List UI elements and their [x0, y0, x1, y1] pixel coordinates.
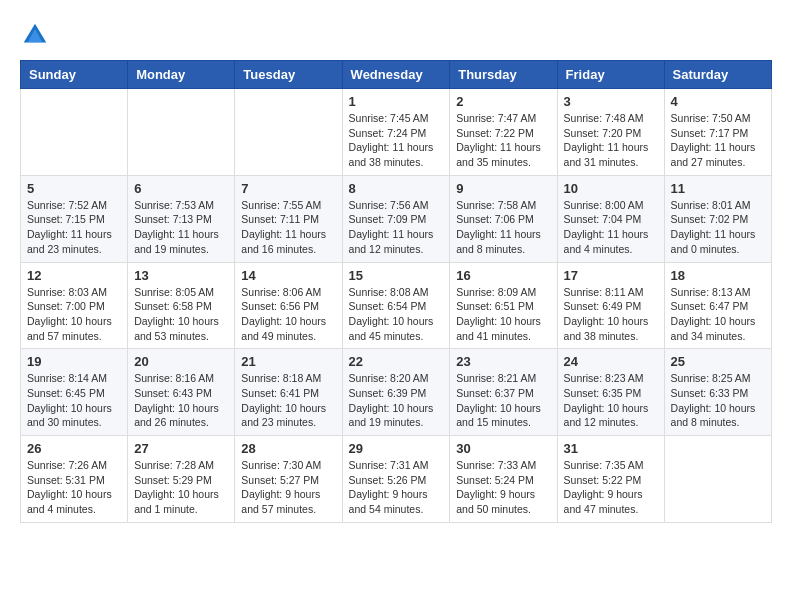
calendar-week-row: 1Sunrise: 7:45 AM Sunset: 7:24 PM Daylig… — [21, 89, 772, 176]
cell-info: Sunrise: 8:21 AM Sunset: 6:37 PM Dayligh… — [456, 371, 550, 430]
cell-info: Sunrise: 7:30 AM Sunset: 5:27 PM Dayligh… — [241, 458, 335, 517]
calendar-cell: 6Sunrise: 7:53 AM Sunset: 7:13 PM Daylig… — [128, 175, 235, 262]
cell-info: Sunrise: 7:28 AM Sunset: 5:29 PM Dayligh… — [134, 458, 228, 517]
cell-info: Sunrise: 8:01 AM Sunset: 7:02 PM Dayligh… — [671, 198, 765, 257]
cell-info: Sunrise: 8:08 AM Sunset: 6:54 PM Dayligh… — [349, 285, 444, 344]
calendar-cell: 13Sunrise: 8:05 AM Sunset: 6:58 PM Dayli… — [128, 262, 235, 349]
calendar-cell: 3Sunrise: 7:48 AM Sunset: 7:20 PM Daylig… — [557, 89, 664, 176]
column-header-tuesday: Tuesday — [235, 61, 342, 89]
cell-info: Sunrise: 8:06 AM Sunset: 6:56 PM Dayligh… — [241, 285, 335, 344]
day-number: 29 — [349, 441, 444, 456]
calendar-cell: 27Sunrise: 7:28 AM Sunset: 5:29 PM Dayli… — [128, 436, 235, 523]
cell-info: Sunrise: 8:05 AM Sunset: 6:58 PM Dayligh… — [134, 285, 228, 344]
calendar-cell: 5Sunrise: 7:52 AM Sunset: 7:15 PM Daylig… — [21, 175, 128, 262]
column-header-wednesday: Wednesday — [342, 61, 450, 89]
day-number: 31 — [564, 441, 658, 456]
column-header-friday: Friday — [557, 61, 664, 89]
calendar-cell: 22Sunrise: 8:20 AM Sunset: 6:39 PM Dayli… — [342, 349, 450, 436]
day-number: 21 — [241, 354, 335, 369]
day-number: 8 — [349, 181, 444, 196]
day-number: 17 — [564, 268, 658, 283]
cell-info: Sunrise: 8:13 AM Sunset: 6:47 PM Dayligh… — [671, 285, 765, 344]
day-number: 6 — [134, 181, 228, 196]
day-number: 24 — [564, 354, 658, 369]
calendar-cell: 8Sunrise: 7:56 AM Sunset: 7:09 PM Daylig… — [342, 175, 450, 262]
calendar-cell — [664, 436, 771, 523]
day-number: 23 — [456, 354, 550, 369]
calendar-header-row: SundayMondayTuesdayWednesdayThursdayFrid… — [21, 61, 772, 89]
calendar-cell: 26Sunrise: 7:26 AM Sunset: 5:31 PM Dayli… — [21, 436, 128, 523]
day-number: 28 — [241, 441, 335, 456]
cell-info: Sunrise: 8:18 AM Sunset: 6:41 PM Dayligh… — [241, 371, 335, 430]
day-number: 7 — [241, 181, 335, 196]
cell-info: Sunrise: 8:23 AM Sunset: 6:35 PM Dayligh… — [564, 371, 658, 430]
day-number: 16 — [456, 268, 550, 283]
calendar-cell: 28Sunrise: 7:30 AM Sunset: 5:27 PM Dayli… — [235, 436, 342, 523]
day-number: 26 — [27, 441, 121, 456]
day-number: 25 — [671, 354, 765, 369]
day-number: 4 — [671, 94, 765, 109]
calendar-cell: 24Sunrise: 8:23 AM Sunset: 6:35 PM Dayli… — [557, 349, 664, 436]
calendar-cell — [21, 89, 128, 176]
calendar-cell: 4Sunrise: 7:50 AM Sunset: 7:17 PM Daylig… — [664, 89, 771, 176]
cell-info: Sunrise: 7:56 AM Sunset: 7:09 PM Dayligh… — [349, 198, 444, 257]
cell-info: Sunrise: 7:47 AM Sunset: 7:22 PM Dayligh… — [456, 111, 550, 170]
calendar-cell: 9Sunrise: 7:58 AM Sunset: 7:06 PM Daylig… — [450, 175, 557, 262]
column-header-saturday: Saturday — [664, 61, 771, 89]
calendar-cell: 18Sunrise: 8:13 AM Sunset: 6:47 PM Dayli… — [664, 262, 771, 349]
cell-info: Sunrise: 8:03 AM Sunset: 7:00 PM Dayligh… — [27, 285, 121, 344]
cell-info: Sunrise: 8:20 AM Sunset: 6:39 PM Dayligh… — [349, 371, 444, 430]
cell-info: Sunrise: 7:53 AM Sunset: 7:13 PM Dayligh… — [134, 198, 228, 257]
calendar-cell: 7Sunrise: 7:55 AM Sunset: 7:11 PM Daylig… — [235, 175, 342, 262]
cell-info: Sunrise: 7:33 AM Sunset: 5:24 PM Dayligh… — [456, 458, 550, 517]
calendar-cell: 23Sunrise: 8:21 AM Sunset: 6:37 PM Dayli… — [450, 349, 557, 436]
calendar-cell: 25Sunrise: 8:25 AM Sunset: 6:33 PM Dayli… — [664, 349, 771, 436]
day-number: 10 — [564, 181, 658, 196]
day-number: 5 — [27, 181, 121, 196]
cell-info: Sunrise: 8:09 AM Sunset: 6:51 PM Dayligh… — [456, 285, 550, 344]
day-number: 3 — [564, 94, 658, 109]
day-number: 22 — [349, 354, 444, 369]
column-header-sunday: Sunday — [21, 61, 128, 89]
cell-info: Sunrise: 8:14 AM Sunset: 6:45 PM Dayligh… — [27, 371, 121, 430]
column-header-monday: Monday — [128, 61, 235, 89]
calendar-cell: 2Sunrise: 7:47 AM Sunset: 7:22 PM Daylig… — [450, 89, 557, 176]
cell-info: Sunrise: 8:11 AM Sunset: 6:49 PM Dayligh… — [564, 285, 658, 344]
calendar-cell: 29Sunrise: 7:31 AM Sunset: 5:26 PM Dayli… — [342, 436, 450, 523]
day-number: 9 — [456, 181, 550, 196]
day-number: 20 — [134, 354, 228, 369]
cell-info: Sunrise: 7:26 AM Sunset: 5:31 PM Dayligh… — [27, 458, 121, 517]
day-number: 12 — [27, 268, 121, 283]
calendar-table: SundayMondayTuesdayWednesdayThursdayFrid… — [20, 60, 772, 523]
cell-info: Sunrise: 7:55 AM Sunset: 7:11 PM Dayligh… — [241, 198, 335, 257]
day-number: 13 — [134, 268, 228, 283]
cell-info: Sunrise: 7:45 AM Sunset: 7:24 PM Dayligh… — [349, 111, 444, 170]
cell-info: Sunrise: 7:58 AM Sunset: 7:06 PM Dayligh… — [456, 198, 550, 257]
calendar-cell: 20Sunrise: 8:16 AM Sunset: 6:43 PM Dayli… — [128, 349, 235, 436]
calendar-cell: 19Sunrise: 8:14 AM Sunset: 6:45 PM Dayli… — [21, 349, 128, 436]
day-number: 2 — [456, 94, 550, 109]
calendar-cell: 30Sunrise: 7:33 AM Sunset: 5:24 PM Dayli… — [450, 436, 557, 523]
calendar-cell: 14Sunrise: 8:06 AM Sunset: 6:56 PM Dayli… — [235, 262, 342, 349]
day-number: 18 — [671, 268, 765, 283]
logo — [20, 20, 54, 50]
column-header-thursday: Thursday — [450, 61, 557, 89]
cell-info: Sunrise: 8:16 AM Sunset: 6:43 PM Dayligh… — [134, 371, 228, 430]
calendar-cell — [128, 89, 235, 176]
calendar-cell: 17Sunrise: 8:11 AM Sunset: 6:49 PM Dayli… — [557, 262, 664, 349]
day-number: 30 — [456, 441, 550, 456]
calendar-week-row: 19Sunrise: 8:14 AM Sunset: 6:45 PM Dayli… — [21, 349, 772, 436]
logo-icon — [20, 20, 50, 50]
calendar-cell: 12Sunrise: 8:03 AM Sunset: 7:00 PM Dayli… — [21, 262, 128, 349]
day-number: 1 — [349, 94, 444, 109]
calendar-cell: 10Sunrise: 8:00 AM Sunset: 7:04 PM Dayli… — [557, 175, 664, 262]
cell-info: Sunrise: 8:00 AM Sunset: 7:04 PM Dayligh… — [564, 198, 658, 257]
calendar-cell: 15Sunrise: 8:08 AM Sunset: 6:54 PM Dayli… — [342, 262, 450, 349]
cell-info: Sunrise: 8:25 AM Sunset: 6:33 PM Dayligh… — [671, 371, 765, 430]
cell-info: Sunrise: 7:31 AM Sunset: 5:26 PM Dayligh… — [349, 458, 444, 517]
cell-info: Sunrise: 7:48 AM Sunset: 7:20 PM Dayligh… — [564, 111, 658, 170]
cell-info: Sunrise: 7:50 AM Sunset: 7:17 PM Dayligh… — [671, 111, 765, 170]
day-number: 11 — [671, 181, 765, 196]
calendar-cell — [235, 89, 342, 176]
page-header — [20, 20, 772, 50]
